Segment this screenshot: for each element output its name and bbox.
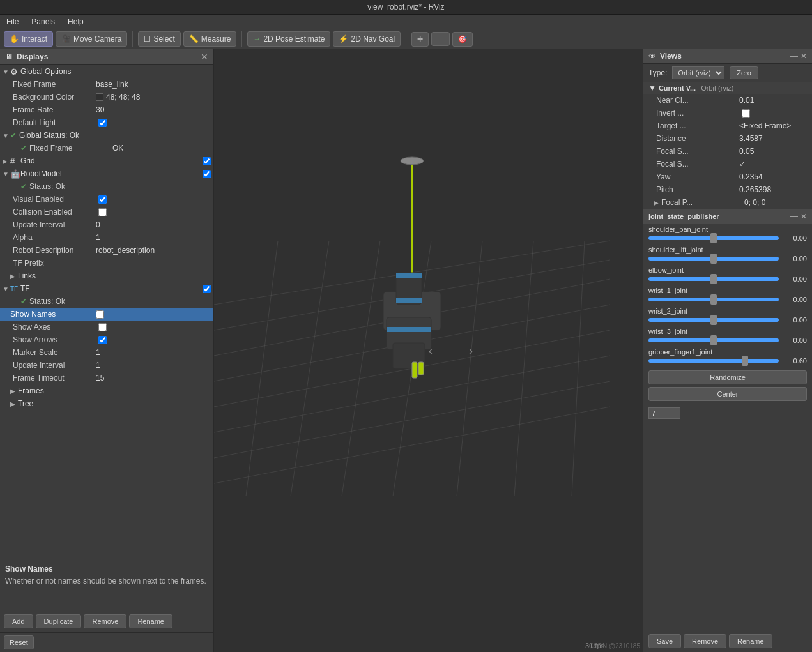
target-button[interactable]: 🎯 [452, 32, 473, 47]
global-options-row[interactable]: ▼ ⚙ Global Options [0, 65, 213, 78]
joint-minimize[interactable]: — [790, 212, 798, 221]
invert-checkbox[interactable] [742, 109, 750, 118]
add-button[interactable]: Add [4, 614, 33, 628]
gripper-finger1-slider[interactable] [648, 359, 779, 363]
robot-model-checkbox[interactable] [203, 170, 211, 178]
elbow-slider[interactable] [648, 277, 779, 281]
menu-help[interactable]: Help [65, 16, 86, 27]
measure-button[interactable]: 📏 Measure [183, 31, 237, 47]
gs-fixed-value: OK [112, 144, 123, 153]
views-zero-button[interactable]: Zero [730, 66, 758, 79]
displays-tree[interactable]: ▼ ⚙ Global Options Fixed Frame base_link… [0, 65, 213, 559]
rm-update-interval-row: Update Interval 0 [0, 218, 213, 231]
views-remove-button[interactable]: Remove [684, 634, 726, 648]
scroll-left-button[interactable]: ‹ [429, 344, 433, 358]
wrist1-slider[interactable] [648, 298, 779, 301]
pose-estimate-button[interactable]: → 2D Pose Estimate [247, 31, 330, 47]
pitch-value: 0.265398 [739, 185, 771, 194]
interact-button[interactable]: ✋ Interact [4, 31, 53, 47]
elbow-joint-row: elbow_joint 0.00 [643, 264, 812, 285]
alpha-row: Alpha 1 [0, 231, 213, 244]
default-light-row: Default Light [0, 116, 213, 129]
minus-button[interactable]: — [431, 32, 450, 46]
tf-checkbox[interactable] [203, 285, 211, 293]
randomize-button[interactable]: Randomize [648, 370, 807, 384]
menu-panels[interactable]: Panels [29, 16, 57, 27]
camera-icon: 🎥 [61, 34, 71, 43]
show-names-checkbox[interactable] [96, 310, 104, 319]
tf-icon: TF [10, 285, 20, 292]
robot-desc-label: Robot Description [13, 246, 96, 255]
crosshair-button[interactable]: ✛ [411, 32, 429, 47]
tree-row[interactable]: ▶ Tree [0, 397, 213, 410]
toolbar: ✋ Interact 🎥 Move Camera ☐ Select 📏 Meas… [0, 29, 812, 49]
links-row[interactable]: ▶ Links [0, 269, 213, 282]
duplicate-button[interactable]: Duplicate [36, 614, 82, 628]
reset-button[interactable]: Reset [4, 635, 34, 649]
menu-file[interactable]: File [4, 16, 21, 27]
svg-point-17 [401, 157, 424, 165]
scroll-right-button[interactable]: › [469, 344, 473, 358]
invert-row: Invert ... [643, 107, 812, 119]
tf-arrow: ▼ [3, 285, 10, 292]
show-names-row[interactable]: Show Names [0, 308, 213, 321]
visual-enabled-checkbox[interactable] [98, 195, 107, 204]
nav-label: 2D Nav Goal [351, 34, 395, 43]
views-save-button[interactable]: Save [648, 634, 681, 648]
frame-timeout-value: 15 [96, 374, 104, 383]
tf-label: TF [20, 284, 200, 293]
links-label: Links [18, 271, 211, 280]
joint-number-input[interactable] [648, 407, 680, 419]
wrist3-value: 0.00 [781, 337, 807, 344]
displays-icon: 🖥 [5, 52, 13, 61]
current-view-header[interactable]: ▼ Current V... Orbit (rviz) [643, 82, 812, 94]
displays-close-button[interactable]: ✕ [201, 52, 208, 62]
joint-close[interactable]: ✕ [801, 212, 807, 221]
near-clip-value: 0.01 [739, 96, 754, 105]
svg-rect-23 [387, 327, 431, 332]
global-options-icon: ⚙ [10, 67, 20, 77]
bottom-info-text: Whether or not names should be shown nex… [5, 576, 208, 587]
select-button[interactable]: ☐ Select [138, 31, 180, 47]
global-status-check: ✔ [10, 131, 19, 140]
show-axes-checkbox[interactable] [98, 323, 107, 331]
viewport[interactable]: ‹ › 31 fps CSDN @2310185 [214, 49, 643, 652]
focal-point-row[interactable]: ▶ Focal P... 0; 0; 0 [643, 196, 812, 209]
marker-scale-value: 1 [96, 348, 100, 357]
wrist2-slider[interactable] [648, 318, 779, 322]
robot-model-row[interactable]: ▼ 🤖 RobotModel [0, 167, 213, 180]
tf-row[interactable]: ▼ TF TF [0, 282, 213, 295]
rename-button[interactable]: Rename [129, 614, 172, 628]
watermark: CSDN @2310185 [589, 642, 640, 649]
grid-checkbox[interactable] [203, 157, 211, 165]
show-axes-row: Show Axes [0, 321, 213, 333]
frame-timeout-label: Frame Timeout [13, 374, 96, 383]
title-text: view_robot.rviz* - RViz [367, 3, 444, 11]
views-rename-button[interactable]: Rename [729, 634, 772, 648]
focal-scale2-value: ✓ [739, 160, 746, 169]
global-status-row[interactable]: ▼ ✔ Global Status: Ok [0, 129, 213, 142]
move-camera-button[interactable]: 🎥 Move Camera [56, 31, 127, 47]
tf-prefix-label: TF Prefix [13, 259, 96, 268]
expand-arrow: ▼ [648, 84, 656, 93]
collision-enabled-checkbox[interactable] [98, 208, 107, 216]
center-button[interactable]: Center [648, 387, 807, 401]
target-value: <Fixed Frame> [739, 121, 791, 130]
shoulder-pan-slider[interactable] [648, 236, 779, 240]
grid-row[interactable]: ▶ # Grid [0, 155, 213, 167]
rm-status-check: ✔ [20, 182, 29, 191]
frames-row[interactable]: ▶ Frames [0, 384, 213, 397]
show-arrows-checkbox[interactable] [98, 336, 107, 344]
collision-enabled-label: Collision Enabled [13, 208, 96, 216]
wrist3-slider[interactable] [648, 338, 779, 342]
shoulder-lift-slider[interactable] [648, 257, 779, 261]
default-light-checkbox[interactable] [98, 119, 107, 127]
shoulder-pan-label: shoulder_pan_joint [648, 225, 807, 233]
near-clip-label: Near Cl... [656, 96, 739, 105]
views-type-select[interactable]: Orbit (rviz) [672, 66, 724, 79]
nav-goal-button[interactable]: ⚡ 2D Nav Goal [333, 31, 401, 47]
views-close[interactable]: ✕ [801, 52, 807, 61]
remove-button[interactable]: Remove [84, 614, 126, 628]
views-minimize[interactable]: — [790, 52, 798, 61]
main-content: 🖥 Displays ✕ ▼ ⚙ Global Options Fixed Fr… [0, 49, 812, 652]
